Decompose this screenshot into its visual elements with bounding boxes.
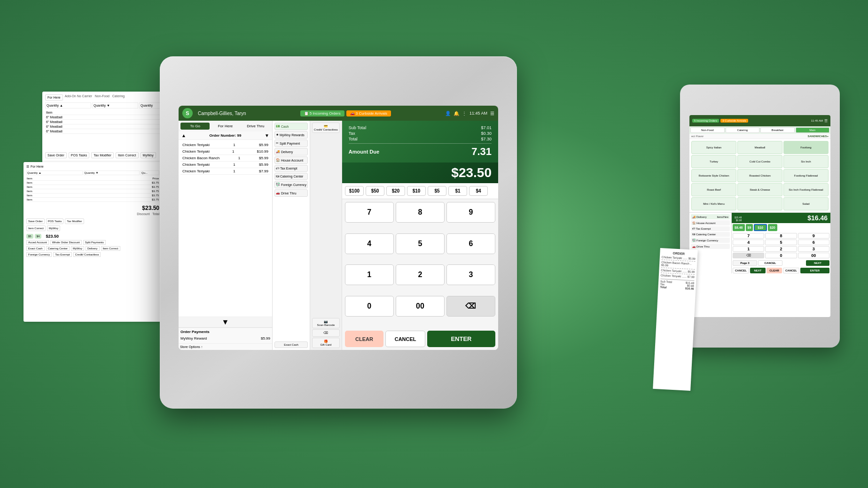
right-num-7[interactable]: 7 — [733, 233, 764, 239]
mywoy-btn-bg[interactable]: MyWoy — [141, 152, 156, 158]
mini-kids-btn[interactable]: Mini / Kid's Menu — [691, 197, 736, 210]
cash-50-btn[interactable]: $50 — [366, 186, 384, 196]
cash-100-btn[interactable]: $100 — [345, 186, 364, 196]
tax-modifier-btn-bg[interactable]: Tax Modifier — [91, 152, 114, 158]
meatball-btn[interactable]: Meatball — [737, 141, 782, 154]
num-4-btn[interactable]: 4 — [345, 233, 394, 254]
scroll-up-btn[interactable]: ▲ — [181, 133, 186, 138]
right-clear-btn[interactable]: CLEAR — [766, 268, 782, 273]
credit-contactless-btn[interactable]: 💳 Credit/ Contactless — [312, 123, 340, 133]
receipt2-tax-btn[interactable]: Tax Modifier — [65, 218, 84, 224]
cash-4-btn[interactable]: $4 — [469, 186, 488, 196]
gift-card-btn[interactable]: 🎁 Gift Card — [312, 338, 340, 348]
tab-to-go[interactable]: To Go — [180, 123, 210, 130]
right-amount-20[interactable]: $20 — [768, 224, 777, 231]
right-num-2[interactable]: 2 — [765, 246, 797, 252]
scan-barcode-btn[interactable]: 📷 Scan Barcode — [312, 318, 340, 328]
menu-icon[interactable]: ☰ — [490, 111, 494, 116]
num-6-btn[interactable]: 6 — [446, 233, 495, 254]
tab-for-here[interactable]: For Here — [211, 123, 240, 130]
num-1-btn[interactable]: 1 — [345, 264, 394, 285]
num-5-btn[interactable]: 5 — [396, 233, 445, 254]
right-page3-btn[interactable]: Page 3 — [733, 260, 757, 266]
header-icon1[interactable]: 👤 — [445, 111, 451, 116]
scroll-down-arrow[interactable]: ▼ — [179, 317, 272, 327]
num-3-btn[interactable]: 3 — [446, 264, 495, 285]
salad-btn[interactable]: Salad — [783, 197, 829, 210]
receipt2-save-btn[interactable]: Save Order — [26, 218, 45, 224]
right-num-5[interactable]: 5 — [765, 240, 797, 245]
right-delivery-btn[interactable]: 🚚 Delivery Items/Here — [691, 214, 730, 219]
split-payment-btn[interactable]: ✂ Split Payment — [274, 139, 308, 147]
right-incoming-tab[interactable]: 5 Incoming Orders — [692, 119, 719, 123]
pos-tasks-btn-bg[interactable]: POS Tasks — [69, 152, 90, 158]
six-inch-btn[interactable]: Six Inch — [783, 155, 829, 168]
right-catering-btn[interactable]: 🍽 Catering Center — [691, 232, 730, 237]
right-tab-main[interactable]: Main — [796, 127, 830, 133]
right-tab-nonfood[interactable]: Non-Food — [690, 127, 725, 133]
right-tab-breakfast[interactable]: Breakfast — [760, 127, 795, 133]
item-correct-btn-bg[interactable]: Item Correct — [116, 152, 139, 158]
receipt2-pos-btn[interactable]: POS Tasks — [46, 218, 64, 224]
cash-20-btn[interactable]: $20 — [386, 186, 405, 196]
right-num-1[interactable]: 1 — [733, 246, 764, 252]
right-cancel3-btn[interactable]: CANCEL — [783, 268, 799, 273]
right-num-9[interactable]: 9 — [798, 233, 829, 239]
backspace-btn[interactable]: ⌫ — [312, 329, 340, 337]
right-cancel2-btn[interactable]: CANCEL — [733, 268, 749, 273]
right-house-account-btn[interactable]: 🏠 House Account — [691, 220, 730, 225]
right-curbside-tab[interactable]: 3 Curbside Arrivals — [720, 119, 748, 123]
roasted-chicken-sandwich-btn[interactable]: Roasted Chicken — [737, 169, 782, 182]
tax-exempt-btn[interactable]: 🏷 Tax Exempt — [274, 165, 308, 172]
right-num-0[interactable]: 0 — [765, 253, 797, 258]
drive-thru-btn[interactable]: 🚗 Drive Thru — [274, 189, 308, 197]
incoming-orders-tab[interactable]: 📋 5 Incoming Orders — [300, 110, 344, 116]
right-amount-10[interactable]: $10 — [754, 224, 767, 231]
turkey-btn[interactable]: Turkey — [691, 155, 736, 168]
rotisserie-chicken-btn[interactable]: Rotisserie Style Chicken — [691, 169, 736, 182]
header-icon2[interactable]: 🔔 — [454, 111, 459, 116]
right-tax-exempt-btn[interactable]: 🏷 Tax Exempt — [691, 226, 730, 231]
cash-10-btn[interactable]: $10 — [407, 186, 426, 196]
foreign-currency-btn[interactable]: 💱 Foreign Currency — [274, 181, 308, 188]
num-0-btn[interactable]: 0 — [345, 296, 394, 317]
cash-5-btn[interactable]: $5 — [428, 186, 446, 196]
right-drive-thru-btn[interactable]: 🚗 Drive Thru — [691, 244, 730, 249]
right-num-4[interactable]: 4 — [733, 240, 764, 245]
mywoy-rewards-btn[interactable]: ★ MyWoy Rewards — [274, 131, 308, 139]
store-options[interactable]: Store Options ↑ — [179, 343, 272, 350]
right-next2-btn[interactable]: NEXT — [750, 268, 766, 273]
exact-cash-btn[interactable]: Exact Cash — [274, 341, 308, 348]
right-num-6[interactable]: 6 — [798, 240, 829, 245]
right-menu-icon[interactable]: ☰ — [824, 119, 828, 123]
right-backspace[interactable]: ⌫ — [733, 253, 764, 258]
footlong-flatbread-btn[interactable]: Footlong Flatbread — [783, 169, 829, 182]
clear-button[interactable]: CLEAR — [345, 331, 384, 347]
cash-btn[interactable]: 💵 Cash — [274, 123, 308, 130]
scroll-down-btn[interactable]: ▼ — [265, 133, 269, 138]
right-tab-catering[interactable]: Catering — [726, 127, 760, 133]
receipt2-mywoy-btn[interactable]: MyWoy — [47, 225, 60, 231]
catering-center-btn[interactable]: 🍽 Catering Center — [274, 173, 308, 180]
num-8-btn[interactable]: 8 — [396, 202, 445, 223]
enter-button[interactable]: ENTER — [427, 331, 495, 347]
tab-drive-thru[interactable]: Drive Thru — [241, 123, 270, 130]
roast-beef-btn[interactable]: Roast Beef — [691, 183, 736, 196]
house-account-btn[interactable]: 🏠 House Account — [274, 156, 308, 164]
right-amount-846[interactable]: $8.46 — [733, 224, 745, 231]
right-enter-btn[interactable]: ENTER — [800, 268, 829, 273]
curbside-arrivals-tab[interactable]: 🚗 3 Curbside Arrivals — [346, 110, 391, 116]
receipt2-item-correct-btn[interactable]: Item Correct — [26, 225, 46, 231]
right-num-00[interactable]: 00 — [798, 253, 829, 258]
header-icon3[interactable]: ⋮ — [462, 111, 467, 116]
cold-cut-combo-btn[interactable]: Cold Cut Combo — [737, 155, 782, 168]
cash-1-btn[interactable]: $1 — [448, 186, 467, 196]
steak-cheese-btn[interactable]: Steak & Cheese — [737, 183, 782, 196]
footlong-btn[interactable]: Footlong — [783, 141, 829, 154]
right-next-btn[interactable]: NEXT — [806, 260, 829, 266]
right-num-8[interactable]: 8 — [765, 233, 797, 239]
num-7-btn[interactable]: 7 — [345, 202, 394, 223]
right-num-3[interactable]: 3 — [798, 246, 829, 252]
backspace-num-btn[interactable]: ⌫ — [446, 296, 495, 317]
spicy-italian-btn[interactable]: Spicy Italian — [691, 141, 736, 154]
